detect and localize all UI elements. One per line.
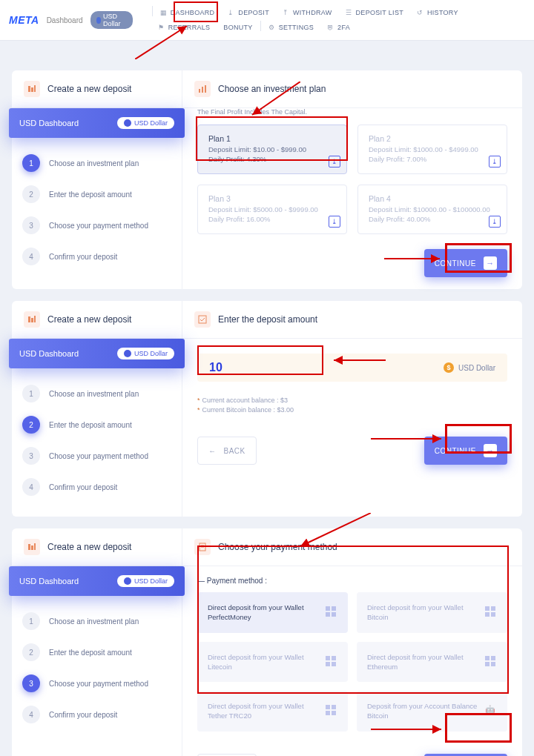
svg-rect-2: [31, 87, 33, 92]
dashboard-banner: USD Dashboard USD Dollar: [9, 108, 185, 138]
section-subtitle: The Final Profit Includes The Capital.: [182, 108, 522, 125]
edit-icon: [194, 311, 211, 328]
list-icon: ☰: [346, 9, 353, 16]
currency-label: $USD Dollar: [444, 362, 495, 373]
nav-deposit[interactable]: ⤓DEPOSIT: [222, 6, 275, 19]
section-title: Choose your payment method: [218, 542, 337, 552]
download-icon: ⤓: [489, 216, 501, 228]
breadcrumb[interactable]: Dashboard: [47, 16, 83, 24]
svg-rect-12: [199, 316, 206, 323]
arrow-right-icon: →: [484, 444, 497, 457]
svg-rect-15: [28, 544, 30, 550]
banner-currency-pill[interactable]: USD Dollar: [117, 117, 174, 129]
payopt-tether[interactable]: Direct deposit from your WalletTether TR…: [197, 691, 348, 732]
nav-referrals[interactable]: ⚑REFERRALS: [152, 21, 217, 34]
step-4[interactable]: 4Confirm your deposit: [22, 478, 171, 496]
payment-subhead: — Payment method :: [182, 566, 522, 592]
continue-button[interactable]: CONTINUE→: [424, 437, 507, 465]
nav-deposit-list[interactable]: ☰DEPOSIT LIST: [340, 6, 409, 19]
back-button[interactable]: ←BACK: [197, 437, 257, 465]
svg-rect-17: [34, 543, 36, 550]
section-title: Choose an investment plan: [218, 84, 326, 94]
nav-2fa[interactable]: ⛨2FA: [321, 21, 356, 34]
step-3[interactable]: 3Choose your payment method: [22, 674, 171, 692]
svg-rect-4: [199, 89, 200, 93]
chart-icon: [194, 81, 211, 97]
svg-rect-3: [34, 85, 36, 92]
payopt-bitcoin[interactable]: Direct deposit from your WalletBitcoin: [357, 592, 507, 633]
step-2[interactable]: 2Enter the deposit amount: [22, 416, 171, 434]
nav-items: ▦DASHBOARD ⤓DEPOSIT ⤒WITHDRAW ☰DEPOSIT L…: [152, 6, 525, 34]
plan-3[interactable]: Plan 3 Deposit Limit: $5000.00 - $9999.0…: [197, 185, 347, 234]
svg-rect-10: [31, 318, 33, 322]
step-2[interactable]: 2Enter the deposit amount: [22, 185, 171, 203]
step-4[interactable]: 4Confirm your deposit: [22, 248, 171, 265]
sliders-icon: [24, 311, 40, 328]
robot-icon: 🤖: [485, 705, 497, 717]
deposit-icon: ⤓: [228, 9, 235, 16]
svg-rect-9: [28, 316, 30, 322]
dollar-icon: [124, 577, 131, 585]
step-4[interactable]: 4Confirm your deposit: [22, 706, 171, 723]
plan-2[interactable]: Plan 2 Deposit Limit: $1000.00 - $4999.0…: [357, 125, 507, 174]
users-icon: ⚑: [158, 24, 165, 31]
sliders-icon: [24, 81, 40, 97]
arrow-right-icon: →: [484, 256, 497, 270]
download-icon: ⤓: [329, 216, 340, 228]
payopt-balance-bitcoin[interactable]: Deposit from your Account BalanceBitcoin…: [357, 691, 507, 732]
svg-rect-16: [31, 546, 33, 550]
section-payment-method: Create a new deposit USD Dashboard USD D…: [12, 528, 522, 756]
nav-history[interactable]: ↺HISTORY: [411, 6, 464, 19]
qr-icon: [326, 705, 337, 717]
amount-input[interactable]: 10 $USD Dollar: [197, 354, 507, 382]
step-1[interactable]: 1Choose an investment plan: [22, 154, 171, 172]
wizard-steps: 1Choose an investment plan 2Enter the de…: [12, 138, 182, 286]
download-icon: ⤓: [329, 156, 340, 168]
payopt-perfectmoney[interactable]: Direct deposit from your WalletPerfectMo…: [197, 592, 348, 633]
shield-icon: ⛨: [327, 24, 334, 31]
payopt-ethereum[interactable]: Direct deposit from your WalletEthereum: [357, 642, 507, 683]
step-1[interactable]: 1Choose an investment plan: [22, 612, 171, 630]
payopt-litecoin[interactable]: Direct deposit from your WalletLitecoin: [197, 642, 348, 683]
dollar-icon: [96, 17, 101, 24]
nav-bonuty[interactable]: BONUTY: [217, 21, 258, 34]
balance-bitcoin: *Current Bitcoin balance : $3.00: [197, 406, 507, 414]
banner-currency-pill[interactable]: USD Dollar: [117, 348, 174, 359]
clipboard-icon: [194, 539, 211, 555]
amount-value: 10: [209, 361, 222, 374]
section-choose-plan: Create a new deposit USD Dashboard USD D…: [12, 70, 522, 289]
step-1[interactable]: 1Choose an investment plan: [22, 385, 171, 402]
section-title: Enter the deposit amount: [218, 314, 317, 325]
svg-rect-1: [28, 86, 30, 92]
svg-rect-5: [202, 87, 203, 93]
section-enter-amount: Create a new deposit USD Dashboard USD D…: [12, 301, 522, 517]
withdraw-icon: ⤒: [283, 9, 290, 16]
plan-4[interactable]: Plan 4 Deposit Limit: $10000.00 - $10000…: [357, 185, 507, 234]
sliders-icon: [24, 539, 40, 555]
download-icon: ⤓: [489, 156, 501, 168]
step-3[interactable]: 3Choose your payment method: [22, 216, 171, 234]
banner-currency-pill[interactable]: USD Dollar: [117, 575, 174, 587]
left-header: Create a new deposit: [12, 70, 182, 107]
qr-icon: [326, 606, 337, 618]
dollar-icon: [124, 119, 131, 127]
plan-1[interactable]: Plan 1 Deposit Limit: $10.00 - $999.00 D…: [197, 125, 347, 174]
nav-dashboard[interactable]: ▦DASHBOARD: [154, 6, 221, 19]
dollar-icon: [124, 350, 131, 357]
nav-settings[interactable]: ⚙SETTINGS: [263, 21, 320, 34]
gear-icon: ⚙: [268, 24, 276, 31]
arrow-left-icon: ←: [208, 447, 217, 455]
step-2[interactable]: 2Enter the deposit amount: [22, 643, 171, 661]
currency-pill[interactable]: USD Dollar: [90, 11, 133, 29]
qr-icon: [485, 656, 497, 668]
grid-icon: ▦: [160, 9, 168, 16]
dollar-icon: $: [444, 362, 454, 373]
svg-rect-11: [34, 316, 36, 322]
nav-withdraw[interactable]: ⤒WITHDRAW: [277, 6, 338, 19]
qr-icon: [326, 656, 337, 668]
top-nav: META Dashboard USD Dollar ▦DASHBOARD ⤓DE…: [0, 0, 534, 41]
brand-logo: META: [9, 14, 39, 26]
step-3[interactable]: 3Choose your payment method: [22, 447, 171, 465]
continue-button[interactable]: CONTINUE→: [424, 249, 507, 277]
history-icon: ↺: [417, 9, 424, 16]
